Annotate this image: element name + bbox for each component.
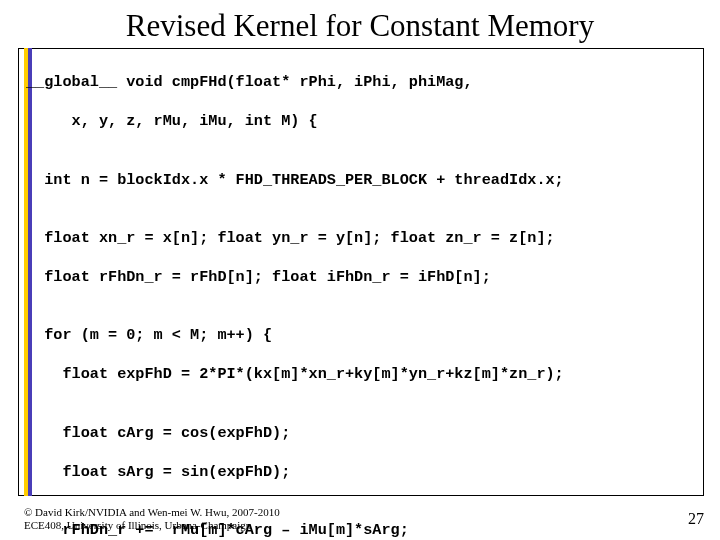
code-line: float xn_r = x[n]; float yn_r = y[n]; fl… [26, 229, 702, 248]
footer-line-1: © David Kirk/NVIDIA and Wen-mei W. Hwu, … [24, 506, 280, 519]
code-line: for (m = 0; m < M; m++) { [26, 326, 702, 345]
slide: Revised Kernel for Constant Memory __glo… [0, 0, 720, 540]
code-line: int n = blockIdx.x * FHD_THREADS_PER_BLO… [26, 171, 702, 190]
code-line: __global__ void cmpFHd(float* rPhi, iPhi… [26, 73, 702, 92]
code-line: x, y, z, rMu, iMu, int M) { [26, 112, 702, 131]
code-line: float rFhDn_r = rFhD[n]; float iFhDn_r =… [26, 268, 702, 287]
code-line: float cArg = cos(expFhD); [26, 424, 702, 443]
page-number: 27 [688, 510, 704, 528]
code-line: float expFhD = 2*PI*(kx[m]*xn_r+ky[m]*yn… [26, 365, 702, 384]
footer: © David Kirk/NVIDIA and Wen-mei W. Hwu, … [24, 506, 280, 532]
footer-line-2: ECE408, University of Illinois, Urbana-C… [24, 519, 280, 532]
code-block: __global__ void cmpFHd(float* rPhi, iPhi… [26, 54, 702, 540]
code-line: float sArg = sin(expFhD); [26, 463, 702, 482]
page-title: Revised Kernel for Constant Memory [0, 8, 720, 44]
